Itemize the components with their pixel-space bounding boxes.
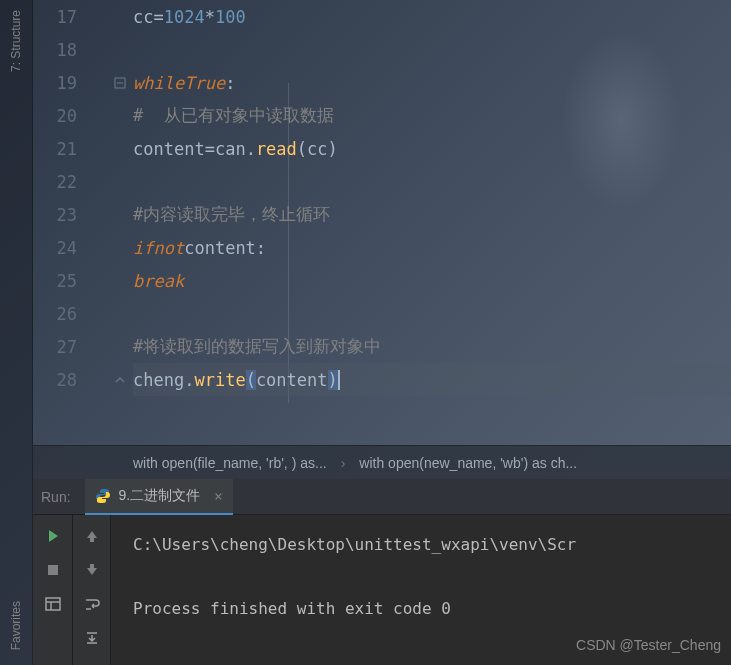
line-number: 26 (33, 304, 95, 324)
console-line: C:\Users\cheng\Desktop\unittest_wxapi\ve… (133, 535, 576, 554)
code-editor[interactable]: 17 18 19 20 21 22 23 24 25 26 27 28 cc =… (33, 0, 731, 445)
line-number: 28 (33, 370, 95, 390)
python-icon (95, 488, 111, 504)
line-number: 17 (33, 7, 95, 27)
svg-rect-2 (48, 565, 58, 575)
code-line[interactable]: #内容读取完毕，终止循环 (133, 198, 731, 231)
text-cursor (338, 370, 340, 390)
line-number: 20 (33, 106, 95, 126)
down-arrow-icon[interactable] (81, 559, 103, 581)
line-number: 24 (33, 238, 95, 258)
fold-up-icon[interactable] (113, 373, 127, 387)
breadcrumb-bar: with open(file_name, 'rb', ) as... › wit… (33, 445, 731, 479)
breadcrumb-item[interactable]: with open(file_name, 'rb', ) as... (133, 455, 327, 471)
line-number: 25 (33, 271, 95, 291)
breadcrumb-item[interactable]: with open(new_name, 'wb') as ch... (359, 455, 577, 471)
layout-button[interactable] (42, 593, 64, 615)
code-line[interactable]: # 从已有对象中读取数据 (133, 99, 731, 132)
run-tab-name: 9.二进制文件 (119, 487, 201, 505)
favorites-tool-button[interactable]: Favorites (9, 601, 23, 650)
soft-wrap-button[interactable] (81, 593, 103, 615)
run-panel-label: Run: (33, 489, 85, 505)
fold-minus-icon[interactable] (113, 76, 127, 90)
line-number: 18 (33, 40, 95, 60)
line-number: 19 (33, 73, 95, 93)
code-line[interactable]: cc = 1024 * 100 (133, 0, 731, 33)
left-tool-sidebar: 7: Structure Favorites (0, 0, 33, 665)
line-number: 27 (33, 337, 95, 357)
stop-button[interactable] (42, 559, 64, 581)
code-line[interactable]: if not content: (133, 231, 731, 264)
editor-gutter: 17 18 19 20 21 22 23 24 25 26 27 28 (33, 0, 133, 445)
code-line[interactable] (133, 33, 731, 66)
line-number: 22 (33, 172, 95, 192)
code-line[interactable]: content = can.read(cc) (133, 132, 731, 165)
up-arrow-icon[interactable] (81, 525, 103, 547)
run-toolbar-secondary (73, 515, 111, 665)
chevron-right-icon: › (341, 455, 346, 471)
code-line[interactable] (133, 165, 731, 198)
close-tab-icon[interactable]: × (214, 488, 222, 504)
run-configuration-tab[interactable]: 9.二进制文件 × (85, 479, 233, 515)
code-line[interactable]: break (133, 264, 731, 297)
code-line[interactable]: while True: (133, 66, 731, 99)
line-number: 23 (33, 205, 95, 225)
console-output[interactable]: C:\Users\cheng\Desktop\unittest_wxapi\ve… (111, 515, 731, 665)
watermark-text: CSDN @Tester_Cheng (576, 631, 721, 659)
code-line[interactable]: #将读取到的数据写入到新对象中 (133, 330, 731, 363)
run-tool-window: Run: 9.二进制文件 × (33, 479, 731, 665)
run-tabs-bar: Run: 9.二进制文件 × (33, 479, 731, 515)
rerun-button[interactable] (42, 525, 64, 547)
code-line[interactable] (133, 297, 731, 330)
structure-tool-button[interactable]: 7: Structure (9, 10, 23, 72)
svg-rect-3 (46, 598, 60, 610)
code-line-current[interactable]: cheng.write(content) (133, 363, 731, 396)
line-number: 21 (33, 139, 95, 159)
console-line: Process finished with exit code 0 (133, 599, 451, 618)
scroll-to-end-button[interactable] (81, 627, 103, 649)
run-toolbar-primary (33, 515, 73, 665)
code-content[interactable]: cc = 1024 * 100 while True: # 从已有对象中读取数据… (133, 0, 731, 396)
